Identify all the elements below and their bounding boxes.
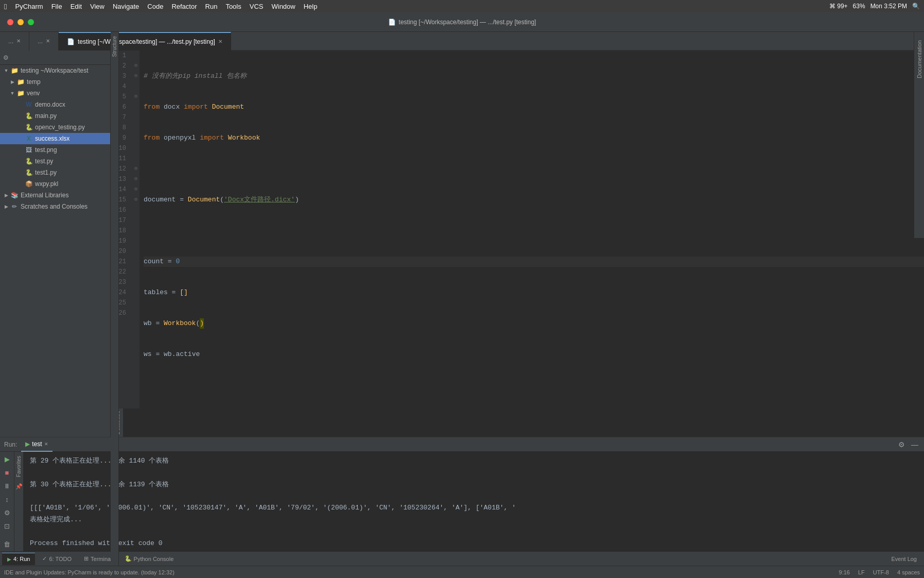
tab-run-label: 4: Run [13, 556, 30, 562]
run-icon-small: ▶ [7, 556, 11, 562]
menu-edit[interactable]: Edit [71, 3, 82, 10]
run-scroll-btn[interactable]: ↕ [2, 494, 12, 504]
run-play-btn[interactable]: ▶ [2, 454, 12, 464]
sidebar-item-testing[interactable]: ▼ 📁 testing ~/Workspace/test [0, 65, 110, 76]
output-line-2 [30, 468, 918, 479]
menu-tools[interactable]: Tools [225, 3, 241, 10]
window-title: testing [~/Workspace/testing] — .../test… [399, 19, 536, 26]
tab-python-label: Python Console [134, 556, 174, 562]
minimize-panel-icon[interactable]: — [910, 439, 920, 450]
tab-close-1[interactable]: ✕ [16, 38, 21, 44]
code-line-5: document = Document('Docx文件路径.dicx') [144, 195, 924, 205]
menu-refactor[interactable]: Refactor [171, 3, 197, 10]
sidebar-item-main-py[interactable]: 🐍 main.py [0, 110, 110, 122]
code-lines[interactable]: # 没有的先pip install 包名称 from docx import D… [140, 50, 924, 409]
expand-arrow: ▼ [8, 91, 16, 96]
xlsx-icon: X [25, 134, 33, 143]
menu-file[interactable]: File [51, 3, 62, 10]
minimize-button[interactable] [18, 19, 24, 25]
py-icon: 🐍 [25, 123, 33, 131]
code-line-4 [144, 164, 924, 174]
line-ending: LF [858, 569, 865, 575]
code-editor[interactable]: 12345 678910 1112131415 1617181920 21222… [111, 50, 924, 409]
wifi-icon: ⌘ 99+ [829, 3, 848, 10]
sidebar-label-scratches: Scratches and Consoles [21, 203, 88, 210]
run-panel: Run: ▶ test ✕ ⚙ — ▶ ■ ⏸ ↕ ⚙ ⊡ 🗑 [0, 437, 924, 566]
tab-label-2: ... [38, 38, 43, 45]
run-pause-btn[interactable]: ⏸ [2, 481, 12, 491]
terminal-icon: ⊞ [84, 555, 89, 562]
tab-2[interactable]: ... ✕ [29, 32, 59, 50]
menu-help[interactable]: Help [304, 3, 318, 10]
event-log-label[interactable]: Event Log [886, 553, 922, 565]
close-button[interactable] [7, 19, 13, 25]
tab-todo-label: 6: TODO [49, 556, 72, 562]
sidebar-item-test-png[interactable]: 🖼 test.png [0, 144, 110, 156]
tab-todo[interactable]: ✓ 6: TODO [37, 553, 77, 565]
sidebar-label-test1-py: test1.py [35, 169, 57, 176]
tab-python-console[interactable]: 🐍 Python Console [119, 553, 179, 565]
tab-1[interactable]: ... ✕ [0, 32, 29, 50]
sidebar-item-temp[interactable]: ▶ 📁 temp [0, 76, 110, 88]
sidebar-item-demo-docx[interactable]: W demo.docx [0, 99, 110, 110]
file-icon: 📄 [388, 19, 396, 26]
menu-code[interactable]: Code [147, 3, 163, 10]
menu-vcs[interactable]: VCS [250, 3, 264, 10]
cursor-position: 9:16 [839, 569, 850, 575]
bottom-tabs: ▶ 4: Run ✓ 6: TODO ⊞ Terminal 🐍 Python C… [0, 551, 924, 566]
code-line-3: from openpyxl import Workbook [144, 133, 924, 143]
run-icon: ▶ [25, 440, 30, 448]
run-tab-close[interactable]: ✕ [44, 441, 48, 447]
output-line-8: Process finished with exit code 0 [30, 538, 918, 549]
documentation-tab[interactable]: Documentation [916, 50, 922, 82]
menu-window[interactable]: Window [271, 3, 295, 10]
libs-icon: 📚 [10, 191, 19, 199]
sidebar-label-success: success.xlsx [35, 135, 69, 142]
run-clear-btn[interactable]: 🗑 [2, 539, 12, 549]
project-sidebar: ⚙ ▼ 📁 testing ~/Workspace/test ▶ 📁 temp … [0, 50, 111, 437]
sidebar-item-wxpy[interactable]: 📦 wxpy.pkl [0, 178, 110, 190]
menu-view[interactable]: View [90, 3, 104, 10]
run-filter-btn[interactable]: ⊡ [2, 521, 12, 531]
run-tab-run[interactable]: ▶ test ✕ [21, 437, 52, 452]
menu-pycharm[interactable]: PyCharm [15, 3, 43, 10]
sidebar-label-temp: temp [27, 78, 41, 86]
tab-close-2[interactable]: ✕ [46, 38, 50, 44]
python-icon: 🐍 [125, 555, 132, 562]
tab-close-3[interactable]: ✕ [218, 39, 222, 44]
favorites-label[interactable]: Favorites [16, 454, 22, 479]
sidebar-label-main-py: main.py [35, 112, 57, 120]
settings-icon[interactable]: ⚙ [896, 439, 906, 450]
maximize-button[interactable] [28, 19, 34, 25]
py-icon: 🐍 [25, 168, 33, 177]
menu-navigate[interactable]: Navigate [113, 3, 139, 10]
statusbar: IDE and Plugin Updates: PyCharm is ready… [0, 566, 924, 578]
pin-icon[interactable]: 📌 [15, 483, 23, 490]
sidebar-item-external-libs[interactable]: ▶ 📚 External Libraries [0, 190, 110, 201]
sidebar-item-opencv[interactable]: 🐍 opencv_testing.py [0, 122, 110, 133]
run-toolbar: Run: ▶ test ✕ ⚙ — [0, 437, 924, 452]
editor-area: 12345 678910 1112131415 1617181920 21222… [111, 50, 924, 437]
run-stop-btn[interactable]: ■ [2, 467, 12, 478]
encoding: UTF-8 [873, 569, 889, 575]
search-icon[interactable]: 🔍 [912, 3, 920, 10]
sidebar-item-success-xlsx[interactable]: X success.xlsx [0, 133, 110, 144]
todo-icon: ✓ [42, 555, 47, 562]
sidebar-settings-icon[interactable]: ⚙ [3, 54, 9, 61]
py-icon: 🐍 [25, 112, 33, 120]
tab-3-active[interactable]: 📄 testing [~/Workspace/testing] — .../te… [59, 32, 231, 50]
sidebar-label-venv: venv [27, 90, 40, 97]
sidebar-item-test-py[interactable]: 🐍 test.py [0, 156, 110, 167]
apple-menu[interactable]:  [4, 2, 7, 11]
sidebar-item-test1-py[interactable]: 🐍 test1.py [0, 167, 110, 178]
sidebar-item-venv[interactable]: ▼ 📁 venv [0, 88, 110, 99]
run-settings-btn[interactable]: ⚙ [2, 507, 12, 518]
tab-run[interactable]: ▶ 4: Run [2, 553, 35, 565]
menu-run[interactable]: Run [205, 3, 218, 10]
sidebar-item-label: testing ~/Workspace/test [21, 67, 89, 74]
sidebar-item-scratches[interactable]: ▶ ✏ Scratches and Consoles [0, 201, 110, 212]
structure-tab[interactable]: Structure [112, 50, 117, 59]
run-content: ▶ ■ ⏸ ↕ ⚙ ⊡ 🗑 Favorites 📌 第 29 个表格正在处理..… [0, 452, 924, 551]
output-line-5: [[['A01B', '1/06', '(2006.01)', 'CN', '1… [30, 503, 918, 514]
run-sidebar: ▶ ■ ⏸ ↕ ⚙ ⊡ 🗑 [0, 452, 14, 551]
